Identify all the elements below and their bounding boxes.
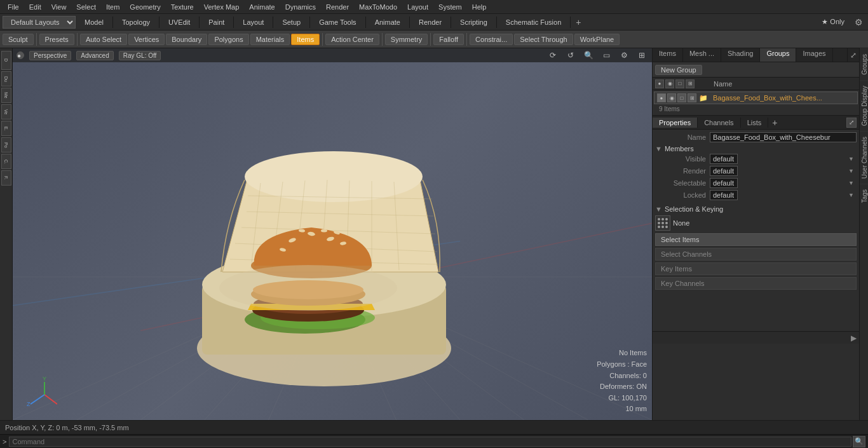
group-render-icon[interactable]: ◉ [667,93,676,102]
left-sidebar-btn-3[interactable]: Me [1,88,11,103]
falloff-button[interactable]: Falloff [433,34,464,45]
vis-icon[interactable]: ⊞ [686,79,695,88]
locked-select[interactable]: default [710,190,738,200]
add-layout-button[interactable]: + [571,15,586,29]
viewport-dot-btn[interactable]: ● [17,51,24,59]
menu-select[interactable]: Select [71,2,101,12]
viewport-icon-5[interactable]: ⚙ [618,49,630,62]
left-sidebar-btn-6[interactable]: Po [1,137,11,153]
tab-images[interactable]: Images [796,48,832,62]
presets-button[interactable]: Presets [39,34,74,45]
menu-texture[interactable]: Texture [166,2,199,12]
expand-icon[interactable]: ⤢ [850,51,857,60]
viewport-icon-4[interactable]: ▭ [600,49,613,62]
tab-properties[interactable]: Properties [653,118,698,128]
perspective-button[interactable]: Perspective [29,51,71,60]
auto-select-button[interactable]: Auto Select [80,34,127,45]
left-sidebar-btn-5[interactable]: E. [1,121,11,136]
tag-groups[interactable]: Groups [860,48,868,80]
menu-item[interactable]: Item [101,2,125,12]
tab-render[interactable]: Render [410,17,451,28]
name-input[interactable] [710,132,857,142]
group-lock-icon[interactable]: □ [677,93,686,102]
tab-channels[interactable]: Channels [698,118,740,128]
select-channels-button[interactable]: Select Channels [655,248,857,261]
tab-animate[interactable]: Animate [366,17,410,28]
materials-button[interactable]: Materials [250,34,290,45]
workplane-button[interactable]: WorkPlane [574,34,620,45]
tab-topology[interactable]: Topology [113,17,159,28]
left-sidebar-btn-7[interactable]: C. [1,154,11,169]
viewport[interactable]: ● Perspective Advanced Ray GL: Off ⟳ ↺ 🔍… [13,48,652,420]
group-item[interactable]: ● ◉ □ ⊞ 📁 Bagasse_Food_Box_with_Chees... [654,92,858,104]
viewport-icon-6[interactable]: ⊞ [635,49,648,62]
tag-tags[interactable]: Tags [860,184,868,208]
tab-paint[interactable]: Paint [200,17,234,28]
tab-items[interactable]: Items [653,48,683,62]
props-expand-btn[interactable]: ⤢ [846,118,857,128]
visible-select[interactable]: default [710,154,738,164]
menu-maxtomodo[interactable]: MaxToModo [354,2,402,12]
command-arrow[interactable]: > [3,438,6,445]
key-channels-button[interactable]: Key Channels [655,277,857,290]
menu-help[interactable]: Help [467,2,492,12]
command-input[interactable] [9,437,851,447]
action-center-button[interactable]: Action Center [325,34,379,45]
sculpt-button[interactable]: Sculpt [3,34,34,45]
render-icon[interactable]: ◉ [665,79,674,88]
tab-setup[interactable]: Setup [273,17,310,28]
menu-geometry[interactable]: Geometry [125,2,165,12]
advanced-button[interactable]: Advanced [76,51,113,60]
viewport-icon-1[interactable]: ⟳ [546,49,559,62]
select-items-button[interactable]: Select Items [655,233,857,246]
vertices-button[interactable]: Vertices [128,34,165,45]
menu-system[interactable]: System [433,2,467,12]
add-tab-button[interactable]: + [768,116,781,129]
group-vis-icon[interactable]: ⊞ [688,93,696,102]
menu-animate[interactable]: Animate [244,2,280,12]
tab-groups[interactable]: Groups [760,48,796,62]
left-sidebar-btn-1[interactable]: D [1,51,11,70]
tab-scripting[interactable]: Scripting [451,17,497,28]
members-section[interactable]: ▼ Members [655,145,857,153]
tab-model[interactable]: Model [76,17,113,28]
eye-icon[interactable]: ● [655,79,664,88]
menu-file[interactable]: File [3,2,24,12]
tab-game-tools[interactable]: Game Tools [310,17,366,28]
constraints-button[interactable]: Constrai... [470,34,513,45]
viewport-icon-3[interactable]: 🔍 [582,49,595,62]
new-group-button[interactable]: New Group [655,65,702,75]
boundary-button[interactable]: Boundary [166,34,207,45]
menu-view[interactable]: View [46,2,72,12]
left-sidebar-btn-4[interactable]: Ve [1,104,11,119]
lock-icon[interactable]: □ [675,79,684,88]
tab-layout[interactable]: Layout [234,17,273,28]
scroll-right-arrow[interactable]: ▶ [851,334,857,343]
tab-schematic-fusion[interactable]: Schematic Fusion [497,17,571,28]
tag-group-display[interactable]: Group Display [860,80,868,131]
symmetry-button[interactable]: Symmetry [385,34,428,45]
settings-button[interactable]: ⚙ [850,15,868,29]
items-button[interactable]: Items [291,34,320,45]
key-items-button[interactable]: Key Items [655,262,857,275]
menu-dynamics[interactable]: Dynamics [280,2,321,12]
command-search-button[interactable]: 🔍 [853,436,865,447]
menu-edit[interactable]: Edit [24,2,46,12]
menu-layout[interactable]: Layout [402,2,433,12]
tag-user-channels[interactable]: User Channels [860,131,868,184]
left-sidebar-btn-2[interactable]: Du [1,71,11,86]
tab-shading[interactable]: Shading [721,48,760,62]
polygons-button[interactable]: Polygons [208,34,248,45]
selectable-select[interactable]: default [710,178,738,188]
menu-vertex-map[interactable]: Vertex Map [199,2,245,12]
render-select[interactable]: default [710,166,738,176]
left-sidebar-btn-8[interactable]: F. [1,170,11,186]
ray-gl-button[interactable]: Ray GL: Off [119,51,161,60]
group-eye-icon[interactable]: ● [657,93,666,102]
tab-mesh[interactable]: Mesh ... [683,48,721,62]
tab-uvedit[interactable]: UVEdit [159,17,200,28]
layout-dropdown[interactable]: Default Layouts [3,16,76,29]
tab-lists[interactable]: Lists [741,118,769,128]
select-through-button[interactable]: Select Through [514,34,573,45]
sel-keying-section[interactable]: ▼ Selection & Keying [655,205,857,213]
